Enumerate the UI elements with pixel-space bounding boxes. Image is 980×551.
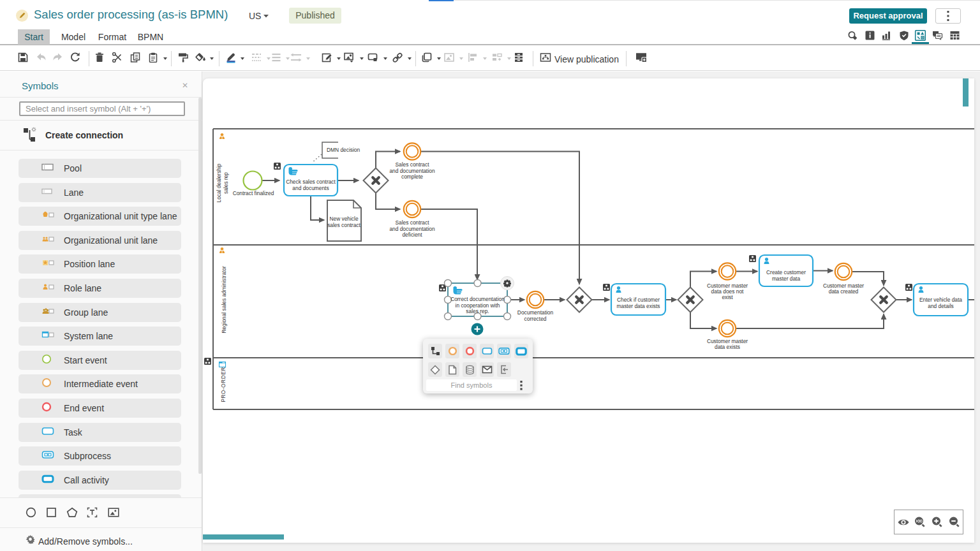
svg-text:and details: and details [928,303,954,309]
svg-text:Create customer: Create customer [766,269,806,276]
svg-text:data exists: data exists [715,344,740,350]
svg-text:sales rep: sales rep [223,172,229,194]
svg-text:Sales contract: Sales contract [395,161,429,168]
svg-text:Documentation: Documentation [517,309,554,316]
svg-text:and documentation: and documentation [389,168,435,174]
svg-text:Sales contract: Sales contract [395,219,429,226]
svg-text:Regional sales administrator: Regional sales administrator [221,266,227,334]
svg-text:data created: data created [829,288,859,295]
svg-text:Enter vehicle data: Enter vehicle data [919,297,962,303]
svg-text:DMN decision: DMN decision [327,147,360,153]
svg-text:master data: master data [772,276,801,282]
svg-text:sales rep.: sales rep. [466,308,489,314]
svg-text:deficient: deficient [402,231,422,238]
svg-text:Check sales contract: Check sales contract [286,179,336,185]
svg-text:Check if customer: Check if customer [617,297,660,303]
svg-text:PRO-ORDER: PRO-ORDER [220,367,226,402]
svg-text:New vehicle: New vehicle [329,216,358,222]
svg-text:Contract finalized: Contract finalized [233,190,274,196]
svg-text:in cooperation with: in cooperation with [456,302,500,309]
svg-text:Local dealership: Local dealership [216,163,222,202]
svg-text:exist: exist [722,294,733,300]
svg-text:Correct documentation: Correct documentation [450,296,505,302]
svg-text:and documentation: and documentation [389,226,435,232]
svg-text:corrected: corrected [524,316,547,322]
svg-text:and documents: and documents [292,185,329,191]
svg-text:master data exists: master data exists [617,303,660,309]
svg-text:sales contract: sales contract [327,222,360,228]
svg-text:complete: complete [401,173,423,180]
